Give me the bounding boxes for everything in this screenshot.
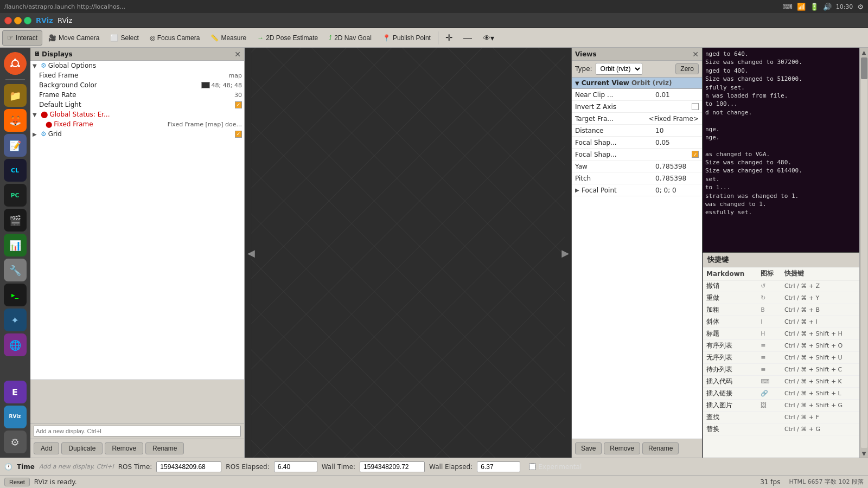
terminal-button[interactable]: ▶_ (4, 284, 27, 306)
displays-close-button[interactable]: ✕ (234, 50, 241, 59)
terminal-panel: nged to 640. Size was changed to 307200.… (703, 48, 860, 253)
default-light-row[interactable]: Default Light (30, 100, 244, 110)
network-button[interactable]: 🌐 (4, 333, 27, 356)
invert-z-label: Invert Z Axis (575, 103, 692, 111)
right-scrollbar[interactable]: ▲ ▼ (859, 48, 868, 458)
scroll-up-arrow[interactable]: ▲ (860, 48, 869, 56)
minus-button[interactable]: — (458, 30, 477, 46)
maximize-button[interactable] (24, 17, 31, 24)
eye-button[interactable]: 👁▾ (478, 30, 499, 46)
wall-time-input[interactable] (360, 461, 425, 472)
remove-display-button[interactable]: Remove (105, 442, 143, 454)
ros-time-input[interactable] (156, 461, 221, 472)
star-button[interactable]: ✦ (4, 309, 27, 331)
publish-point-button[interactable]: 📍 Publish Point (378, 30, 436, 46)
shortcut-action-4: 标题 (703, 328, 757, 340)
interact-button[interactable]: ☞ Interact (2, 30, 42, 46)
bg-color-row[interactable]: Background Color 48; 48; 48 (30, 80, 244, 90)
views-close-button[interactable]: ✕ (692, 50, 699, 59)
global-options-row[interactable]: ▼ ⚙ Global Options (30, 61, 244, 70)
nav-goal-button[interactable]: ⤴ 2D Nav Goal (324, 30, 376, 46)
add-display-input[interactable] (34, 426, 241, 436)
shortcut-action-11: 查找 (703, 412, 757, 423)
ros-elapsed-input[interactable] (274, 461, 317, 472)
shortcut-row-4: 标题 H Ctrl / ⌘ + Shift + H (703, 328, 860, 340)
default-light-checkbox[interactable] (235, 101, 242, 108)
yaw-label: Yaw (575, 163, 655, 170)
term-line-14: Size was changed to 480. (705, 158, 858, 166)
shortcut-icon-9: 🔗 (757, 388, 781, 400)
global-status-row[interactable]: ▼ ⬤ Global Status: Er... (30, 110, 244, 119)
experimental-checkbox[interactable] (529, 463, 536, 470)
clion-button[interactable]: CL (4, 159, 27, 182)
shortcut-action-8: 插入代码 (703, 376, 757, 388)
wrench-button[interactable]: 🔧 (4, 259, 27, 281)
video-button[interactable]: 🎬 (4, 209, 27, 232)
shortcut-action-12: 替换 (703, 423, 757, 435)
firefox-button[interactable]: 🦊 (4, 109, 27, 132)
system-tray: ⌨ 📶 🔋 🔊 10:30 ⚙ (782, 3, 864, 11)
measure-button[interactable]: 📏 Measure (206, 30, 251, 46)
focus-camera-button[interactable]: ◎ Focus Camera (145, 30, 205, 46)
spreadsheet-button[interactable]: 📊 (4, 234, 27, 256)
focal-shape2-row[interactable]: Focal Shap... (572, 149, 702, 160)
focal-shape1-row[interactable]: Focal Shap... 0.05 (572, 137, 702, 149)
remove-view-button[interactable]: Remove (604, 442, 640, 454)
gear-button[interactable]: ⚙ (4, 431, 27, 453)
viewport-left-arrow[interactable]: ◀ (247, 247, 255, 259)
type-select[interactable]: Orbit (rviz) (596, 63, 642, 75)
focal-shape2-checkbox[interactable] (692, 151, 699, 158)
duplicate-button[interactable]: Duplicate (61, 442, 103, 454)
global-status-label: Global Status: Er... (49, 111, 242, 118)
3d-viewport[interactable]: ◀ ▶ (245, 48, 572, 458)
frame-rate-row[interactable]: Frame Rate 30 (30, 90, 244, 100)
displays-panel-icon: 🖥 (34, 50, 40, 57)
near-clip-row[interactable]: Near Clip ... 0.01 (572, 89, 702, 101)
fixed-frame-error-row[interactable]: ⬤ Fixed Frame Fixed Frame [map] doe... (30, 119, 244, 129)
move-camera-icon: 🎥 (48, 34, 56, 42)
crosshair-button[interactable]: ✛ (441, 30, 457, 46)
emacs-button[interactable]: E (4, 381, 27, 403)
term-line-2: Size was changed to 307200. (705, 58, 858, 66)
focal-point-row[interactable]: ▶ Focal Point 0; 0; 0 (572, 184, 702, 196)
pose-estimate-button[interactable]: → 2D Pose Estimate (252, 30, 323, 46)
focal-point-arrow: ▶ (575, 187, 582, 193)
ros-elapsed-label: ROS Elapsed: (226, 463, 269, 471)
rviz-button[interactable]: RViz (4, 406, 27, 428)
target-frame-row[interactable]: Target Fra... <Fixed Frame> (572, 113, 702, 125)
pycharm-button[interactable]: PC (4, 184, 27, 207)
text-editor-button[interactable]: 📝 (4, 134, 27, 157)
invert-z-checkbox[interactable] (692, 103, 699, 110)
rename-view-button[interactable]: Rename (642, 442, 679, 454)
rename-display-button[interactable]: Rename (145, 442, 184, 454)
reset-button[interactable]: Reset (4, 478, 30, 486)
select-button[interactable]: ⬜ Select (105, 30, 143, 46)
grid-row[interactable]: ▶ ⚙ Grid (30, 129, 244, 139)
pitch-row[interactable]: Pitch 0.785398 (572, 172, 702, 184)
close-button[interactable] (4, 17, 12, 24)
settings-icon[interactable]: ⚙ (857, 3, 864, 11)
minimize-button[interactable] (14, 17, 22, 24)
distance-row[interactable]: Distance 10 (572, 125, 702, 137)
add-button[interactable]: Add (34, 442, 59, 454)
zero-button[interactable]: Zero (675, 63, 699, 74)
wall-elapsed-input[interactable] (477, 461, 520, 472)
save-view-button[interactable]: Save (575, 442, 602, 454)
yaw-row[interactable]: Yaw 0.785398 (572, 160, 702, 172)
fixed-frame-error-label: Fixed Frame (54, 120, 165, 128)
frame-rate-label: Frame Rate (39, 91, 233, 99)
files-button[interactable]: 📁 (4, 84, 27, 107)
invert-z-row[interactable]: Invert Z Axis (572, 101, 702, 113)
scroll-thumb[interactable] (861, 57, 867, 79)
ubuntu-icon-button[interactable] (4, 52, 27, 75)
scroll-down-arrow[interactable]: ▼ (860, 449, 869, 458)
grid-checkbox[interactable] (235, 131, 242, 138)
fixed-frame-row[interactable]: Fixed Frame map (30, 70, 244, 80)
shortcut-icon-10: 🖼 (757, 400, 781, 412)
nav-goal-label: 2D Nav Goal (334, 34, 372, 42)
shortcut-key-2: Ctrl / ⌘ + B (781, 304, 860, 316)
move-camera-button[interactable]: 🎥 Move Camera (43, 30, 104, 46)
interact-icon: ☞ (7, 34, 14, 42)
viewport-right-arrow[interactable]: ▶ (561, 247, 569, 259)
toolbar: ☞ Interact 🎥 Move Camera ⬜ Select ◎ Focu… (0, 28, 868, 48)
